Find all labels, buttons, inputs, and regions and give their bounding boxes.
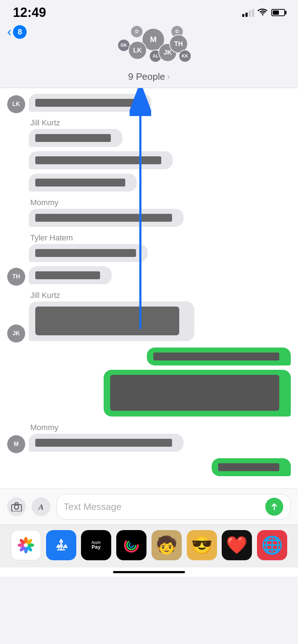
back-chevron-icon: ‹	[7, 26, 12, 38]
bubble-outgoing-large	[104, 370, 291, 417]
avatar-d: D	[130, 25, 143, 38]
message-row: TH Tyler Hatem	[7, 233, 291, 263]
people-count[interactable]: 9 People ›	[128, 71, 170, 82]
message-row: LK	[7, 94, 291, 113]
dock-globe[interactable]: 🌐	[257, 530, 287, 560]
bubble-incoming	[29, 129, 122, 147]
bubble-incoming	[29, 434, 184, 452]
svg-point-2	[14, 505, 19, 509]
message-group-jk1: JK Jill Kurtz JK JK	[7, 118, 291, 196]
svg-text:A: A	[58, 541, 64, 551]
conversation-header: ‹ 8 D M G GK LK AL JK TH KK 9 People ›	[0, 22, 298, 88]
input-area: A Text Message	[0, 488, 298, 525]
signal-icon	[242, 8, 254, 17]
message-group-outgoing1	[7, 348, 291, 421]
dock-activity[interactable]	[116, 530, 146, 560]
back-count-badge[interactable]: 8	[13, 25, 27, 39]
avatar-jk-msg2: JK	[7, 325, 25, 342]
sender-name-jk2: Jill Kurtz	[30, 291, 194, 300]
message-placeholder: Text Message	[64, 501, 262, 512]
message-row: TH	[7, 266, 291, 286]
message-group-mommy1: M Mommy	[7, 198, 291, 231]
back-button[interactable]: ‹ 8	[7, 25, 27, 39]
message-group-mommy2: M Mommy	[7, 423, 291, 456]
message-row: JK Jill Kurtz	[7, 118, 291, 148]
wifi-icon	[258, 8, 268, 18]
message-row: JK	[7, 151, 291, 171]
status-icons	[242, 8, 285, 18]
avatar-lk: LK	[128, 41, 147, 60]
avatar-lk-msg: LK	[7, 95, 25, 113]
message-group-1: LK	[7, 94, 291, 116]
message-group-outgoing-small	[7, 458, 291, 480]
bubble-outgoing	[147, 348, 291, 365]
camera-button[interactable]	[7, 497, 26, 516]
svg-text:A: A	[38, 502, 44, 511]
bubble-incoming	[29, 244, 148, 262]
dock-applepay[interactable]: Apple Pay	[81, 530, 111, 560]
battery-icon	[271, 9, 285, 16]
bubble-incoming	[29, 151, 173, 169]
bubble-incoming	[29, 174, 137, 192]
sender-name-jk: Jill Kurtz	[30, 118, 122, 128]
home-bar	[113, 571, 185, 573]
svg-rect-3	[12, 505, 22, 511]
message-row: JK Jill Kurtz	[7, 291, 291, 342]
bubble-outgoing-small	[212, 458, 291, 476]
sender-name-mommy2: Mommy	[30, 423, 184, 432]
dock-game[interactable]: 😎	[187, 530, 217, 560]
dock-memoji[interactable]: 🧒	[152, 530, 182, 560]
people-chevron-icon: ›	[167, 72, 170, 82]
avatar-kk: KK	[179, 50, 191, 63]
status-time: 12:49	[13, 5, 46, 20]
status-bar: 12:49	[0, 0, 298, 22]
avatar-cluster[interactable]: D M G GK LK AL JK TH KK	[109, 25, 189, 68]
apps-button[interactable]: A	[32, 497, 50, 516]
message-group-jk2: JK Jill Kurtz	[7, 291, 291, 345]
home-indicator	[0, 567, 298, 577]
sender-name-tyler: Tyler Hatem	[30, 233, 148, 243]
dock-heart[interactable]: ❤️	[222, 530, 252, 560]
dock-appstore[interactable]: A	[46, 530, 76, 560]
message-row-outgoing2	[7, 370, 291, 418]
text-message-input[interactable]: Text Message	[56, 494, 291, 520]
message-group-tyler: TH Tyler Hatem TH	[7, 233, 291, 289]
app-dock: A Apple Pay 🧒 😎 ❤️ 🌐	[0, 525, 298, 567]
message-row: JK	[7, 174, 291, 193]
message-row: M Mommy	[7, 423, 291, 453]
bubble-incoming	[29, 94, 151, 112]
bubble-incoming	[29, 209, 184, 227]
svg-text:Pay: Pay	[92, 544, 101, 550]
sender-name-mommy: Mommy	[30, 198, 184, 207]
message-row-outgoing-small	[7, 458, 291, 478]
avatar-m-msg: M	[7, 435, 25, 453]
dock-photos[interactable]	[11, 530, 41, 560]
messages-area[interactable]: LK JK Jill Kurtz JK	[0, 88, 298, 488]
bubble-incoming-large	[29, 302, 194, 341]
send-button[interactable]	[265, 498, 283, 516]
avatar-th-msg: TH	[7, 268, 25, 286]
message-row-outgoing	[7, 348, 291, 367]
bubble-incoming	[29, 266, 112, 284]
message-row: M Mommy	[7, 198, 291, 228]
